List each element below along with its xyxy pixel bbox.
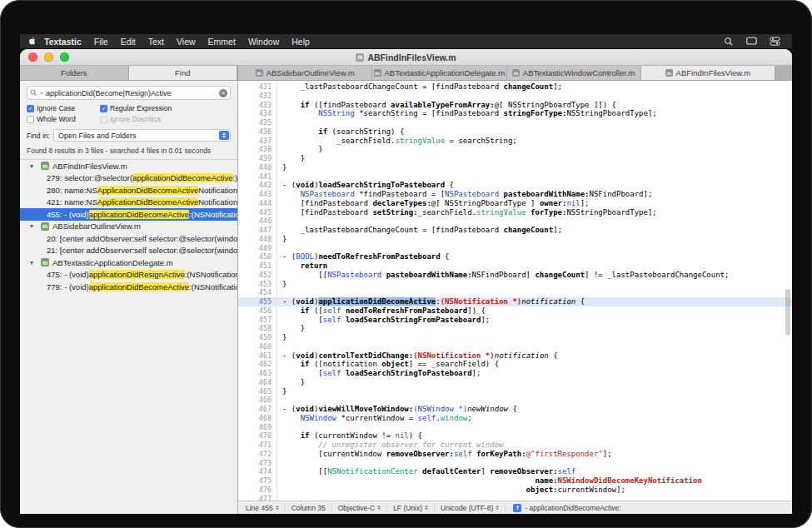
menu-item-edit[interactable]: Edit (121, 37, 136, 47)
checkbox-icon[interactable] (27, 116, 34, 123)
code-line[interactable]: 437 _searchField.stringValue = searchStr… (238, 137, 792, 146)
code-line[interactable]: 473 (238, 459, 792, 468)
checkbox-icon[interactable]: ✓ (100, 105, 107, 112)
menu-item-textastic[interactable]: Textastic (44, 37, 82, 47)
search-field[interactable]: × (27, 86, 231, 100)
search-options-chevron-icon[interactable] (40, 92, 43, 94)
search-icon[interactable] (724, 37, 734, 47)
code-line[interactable]: 447 _lastPasteboardChangeCount = [findPa… (238, 226, 792, 235)
code-line[interactable]: 434 NSString *searchString = [findPasteb… (238, 109, 792, 118)
result-file-row[interactable]: ▾mABSidebarOutlineView.m (20, 221, 237, 233)
code-line[interactable]: 445 [findPasteboard setString:_searchFie… (238, 208, 792, 217)
result-match-row[interactable]: 779: - (void)applicationDidBecomeActive:… (20, 281, 237, 293)
checkbox-icon[interactable] (100, 116, 107, 123)
result-match-row[interactable]: 279: selector:@selector(applicationDidBe… (20, 172, 237, 185)
editor-tab-absidebaroutlineview-m[interactable]: mABSidebarOutlineView.m (238, 66, 372, 80)
code-line[interactable]: 458 } (238, 324, 792, 333)
code-line[interactable]: 462 if ([notification object] == _search… (238, 360, 792, 369)
result-file-row[interactable]: ▾mABFindInFilesView.m (20, 160, 237, 172)
minimize-window-button[interactable] (44, 52, 53, 62)
option-ignore-diacritics[interactable]: Ignore Diacritics (100, 115, 231, 123)
code-line[interactable]: 436 if (searchString) { (238, 127, 792, 137)
code-line[interactable]: 472 [currentWindow removeObserver:self f… (238, 450, 792, 459)
code-line[interactable]: 466 (238, 396, 792, 405)
status-objective-c[interactable]: Objective-C (332, 504, 387, 512)
code-line[interactable]: 469 (238, 423, 792, 432)
code-line[interactable]: 432 (238, 92, 792, 101)
close-window-button[interactable] (28, 52, 37, 62)
code-line[interactable]: 457 [self loadSearchStringFromPasteboard… (238, 316, 792, 325)
code-line[interactable]: 444 [findPasteboard declareTypes:@[ NSSt… (238, 199, 792, 208)
code-line[interactable]: 468 NSWindow *currentWindow = self.windo… (238, 414, 792, 423)
disclosure-triangle-icon[interactable]: ▾ (30, 222, 37, 230)
code-line[interactable]: 471 // unregister observer for current w… (238, 441, 792, 450)
find-scope-dropdown[interactable]: Open Files and Folders (53, 129, 231, 142)
code-line[interactable]: 440} (238, 163, 792, 172)
code-line[interactable]: 431 _lastPasteboardChangeCount = [findPa… (238, 82, 792, 92)
code-line[interactable]: 476 object:currentWindow]; (238, 486, 792, 495)
option-whole-word[interactable]: Whole Word (27, 115, 100, 123)
code-line[interactable]: 443 NSPasteboard *findPasteboard = [NSPa… (238, 190, 792, 199)
control-center-icon[interactable] (770, 37, 780, 46)
menu-item-text[interactable]: Text (148, 37, 164, 47)
code-line[interactable]: 470 if (currentWindow != nil) { (238, 431, 792, 441)
menu-item-window[interactable]: Window (248, 37, 279, 47)
code-line[interactable]: 441 (238, 172, 792, 182)
editor-tab-abfindinfilesview-m[interactable]: mABFindInFilesView.m (641, 66, 775, 80)
result-match-row[interactable]: 280: name:NSApplicationDidBecomeActiveNo… (20, 184, 237, 197)
code-line[interactable]: 449 (238, 244, 792, 253)
title-bar[interactable]: m ABFindInFilesView.m (20, 49, 792, 66)
menu-item-emmet[interactable]: Emmet (208, 37, 236, 47)
code-line[interactable]: 475 name:NSWindowDidBecomeKeyNotificatio… (238, 476, 792, 486)
code-line[interactable]: 442- (void)loadSearchStringToPasteboard … (238, 181, 792, 190)
code-line[interactable]: 456 if ([self needToRefreshFromPasteboar… (238, 306, 792, 316)
code-line[interactable]: 448} (238, 235, 792, 244)
code-line[interactable]: 450- (BOOL)needToRefreshFromPasteboard { (238, 252, 792, 262)
code-line[interactable]: 438 } (238, 145, 792, 154)
checkbox-icon[interactable]: ✓ (27, 105, 34, 112)
option-regular-expression[interactable]: ✓Regular Expression (100, 104, 231, 112)
code-line[interactable]: 454 (238, 288, 792, 297)
code-line[interactable]: 460 (238, 342, 792, 351)
code-line[interactable]: 474 [[NSNotificationCenter defaultCenter… (238, 467, 792, 476)
clear-search-button[interactable]: × (219, 89, 227, 97)
editor-tab-abtextasticwindowcontroller-m[interactable]: mABTextasticWindowController.m (507, 66, 641, 80)
search-input[interactable] (46, 89, 217, 97)
code-line[interactable]: 452 [[NSPasteboard pasteboardWithName:NS… (238, 271, 792, 280)
code-line[interactable]: 451 return (238, 262, 792, 271)
tab-find[interactable]: Find (129, 66, 238, 80)
code-line[interactable]: 435 (238, 118, 792, 127)
apple-menu-icon[interactable] (28, 36, 37, 47)
menu-item-help[interactable]: Help (291, 37, 310, 47)
display-icon[interactable] (746, 37, 757, 46)
status-lf-unix-[interactable]: LF (Unix) (387, 504, 435, 512)
result-match-row[interactable]: 21: [center addObserver:self selector:@s… (20, 245, 237, 257)
result-match-row[interactable]: 421: name:NSApplicationDidBecomeActiveNo… (20, 197, 237, 209)
code-line[interactable]: 459} (238, 333, 792, 342)
code-line[interactable]: 477 (238, 495, 792, 501)
menu-item-view[interactable]: View (177, 37, 196, 47)
code-line[interactable]: 453} (238, 280, 792, 289)
disclosure-triangle-icon[interactable]: ▾ (30, 259, 37, 266)
disclosure-triangle-icon[interactable]: ▾ (30, 162, 37, 170)
result-file-row[interactable]: ▾mABTextasticApplicationDelegate.m (20, 257, 237, 269)
code-line[interactable]: 467- (void)viewWillMoveToWindow:(NSWindo… (238, 405, 792, 414)
code-line[interactable]: 433 if ([findPasteboard availableTypeFro… (238, 101, 792, 110)
zoom-window-button[interactable] (60, 52, 69, 62)
option-ignore-case[interactable]: ✓Ignore Case (27, 104, 100, 112)
code-line[interactable]: 446 (238, 217, 792, 226)
result-match-row[interactable]: 455: - (void)applicationDidBecomeActive:… (20, 208, 237, 221)
code-line[interactable]: 464 } (238, 378, 792, 387)
code-line[interactable]: 455- (void)applicationDidBecomeActive:(N… (238, 297, 792, 306)
result-match-row[interactable]: 475: - (void)applicationDidResignActive:… (20, 269, 237, 281)
result-match-row[interactable]: 20: [center addObserver:self selector:@s… (20, 232, 237, 245)
menu-item-file[interactable]: File (94, 37, 108, 47)
code-line[interactable]: 465} (238, 387, 792, 396)
code-line[interactable]: 439 } (238, 154, 792, 163)
current-symbol[interactable]: f - applicationDidBecomeActive: (506, 504, 620, 512)
status-unicode-utf-8-[interactable]: Unicode (UTF-8) (435, 504, 506, 512)
code-editor[interactable]: 431 _lastPasteboardChangeCount = [findPa… (238, 81, 792, 501)
editor-tab-abtextasticapplicationdelegate-m[interactable]: mABTextasticApplicationDelegate.m (372, 66, 506, 80)
vertical-scrollbar[interactable] (785, 289, 790, 336)
tab-folders[interactable]: Folders (20, 66, 129, 80)
